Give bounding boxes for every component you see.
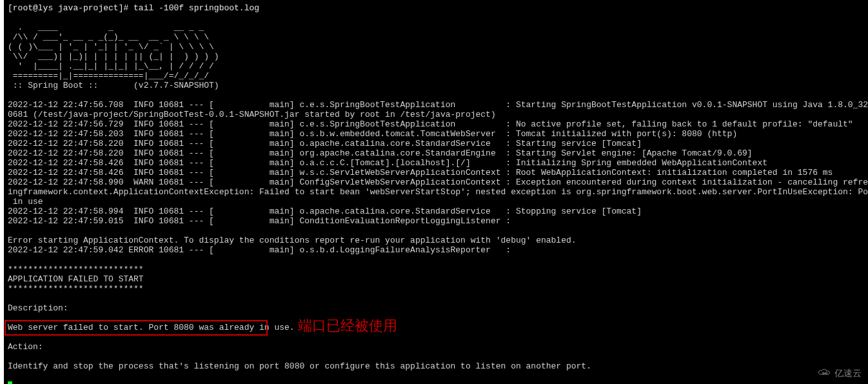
- watermark: 亿速云: [818, 368, 862, 379]
- log-line: ***************************: [8, 284, 144, 294]
- log-line: 2022-12-12 22:47:56.708 INFO 10681 --- […: [8, 100, 868, 110]
- log-line: APPLICATION FAILED TO START: [8, 274, 144, 284]
- cloud-icon: [818, 368, 832, 379]
- log-line: 2022-12-12 22:47:58.990 WARN 10681 --- […: [8, 177, 868, 187]
- log-line: 2022-12-12 22:47:58.426 INFO 10681 --- […: [8, 158, 767, 168]
- log-line: in use: [8, 197, 43, 207]
- ascii-banner-line: /\\ / ___'_ __ _ _(_)_ __ __ _ \ \ \ \: [8, 32, 209, 42]
- ascii-banner-line: ' |____| .__|_| |_|_| |_\__, | / / / /: [8, 61, 214, 71]
- log-line: 2022-12-12 22:47:58.220 INFO 10681 --- […: [8, 148, 753, 158]
- shell-prompt: [root@lys java-project]#: [8, 3, 133, 13]
- log-line: Action:: [8, 342, 43, 352]
- log-line: ingframework.context.ApplicationContextE…: [8, 187, 868, 197]
- ascii-banner-line: \\/ ___)| |_)| | | | | || (_| | ) ) ) ): [8, 52, 219, 61]
- log-line: Description:: [8, 303, 68, 313]
- terminal-window[interactable]: [root@lys java-project]# tail -100f spri…: [4, 0, 868, 384]
- ascii-banner-line: =========|_|==============|___/=/_/_/_/: [8, 71, 209, 81]
- log-line: 2022-12-12 22:47:58.220 INFO 10681 --- […: [8, 139, 642, 148]
- ascii-banner-line: . ____ _ __ _ _: [8, 23, 204, 32]
- log-line: ***************************: [8, 265, 144, 274]
- annotation-text: 端口已经被使用: [298, 321, 397, 330]
- log-line: 2022-12-12 22:47:58.203 INFO 10681 --- […: [8, 129, 737, 139]
- log-line-highlighted: Web server failed to start. Port 8080 wa…: [8, 323, 295, 332]
- log-line: Identify and stop the process that's lis…: [8, 361, 591, 371]
- shell-command: tail -100f springboot.log: [133, 3, 259, 13]
- ascii-banner-line: ( ( )\___ | '_ | '_| | '_ \/ _` | \ \ \ …: [8, 42, 214, 52]
- log-line: 2022-12-12 22:47:56.729 INFO 10681 --- […: [8, 119, 853, 129]
- log-line: 2022-12-12 22:47:58.994 INFO 10681 --- […: [8, 207, 642, 216]
- log-line: Error starting ApplicationContext. To di…: [8, 236, 577, 245]
- watermark-text: 亿速云: [834, 369, 862, 378]
- log-line: 2022-12-12 22:47:59.042 ERROR 10681 --- …: [8, 245, 511, 255]
- terminal-cursor: [8, 381, 12, 384]
- ascii-banner-line: :: Spring Boot :: (v2.7.7-SNAPSHOT): [8, 81, 219, 90]
- log-line: 2022-12-12 22:47:58.426 INFO 10681 --- […: [8, 168, 833, 177]
- log-line: 2022-12-12 22:47:59.015 INFO 10681 --- […: [8, 216, 511, 226]
- log-line: 0681 (/test/java-project/SpringBootTest-…: [8, 110, 496, 119]
